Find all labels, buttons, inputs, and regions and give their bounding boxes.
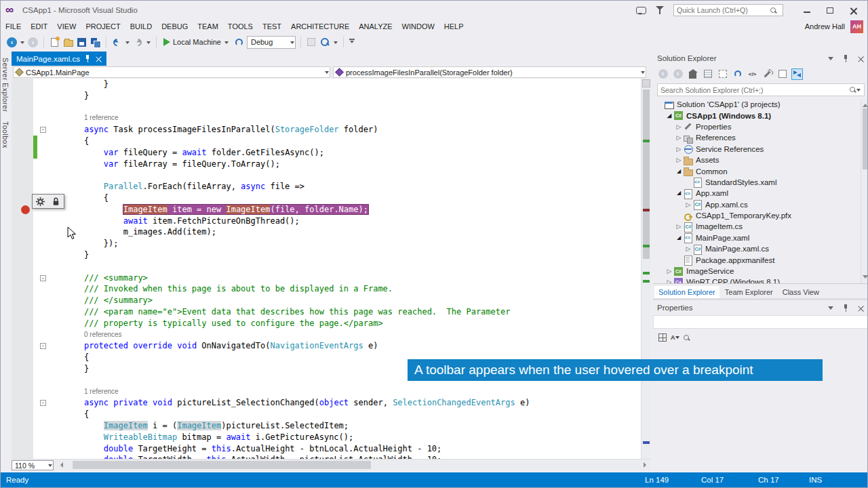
tree-vertical-scrollbar[interactable] [861,99,868,283]
outlining-margin[interactable] [37,261,51,272]
navigate-forward-button[interactable]: › [27,37,39,48]
search-dropdown-caret[interactable] [856,84,861,96]
tree-item[interactable]: ▷ImageService [653,266,868,277]
open-file-button[interactable] [62,37,74,48]
expand-arrow-icon[interactable]: ▷ [665,266,673,277]
code-line[interactable]: Parallel.ForEach(fileArray, async file =… [12,181,641,192]
expand-arrow-icon[interactable]: ▷ [675,132,683,143]
tree-item[interactable]: ◢Common [653,165,868,176]
auto-hide-pin-icon[interactable] [840,54,851,63]
indicator-margin[interactable] [12,159,33,170]
indicator-margin[interactable] [12,136,33,147]
code-line[interactable]: - protected override void OnNavigatedTo(… [12,340,641,352]
maximize-button[interactable] [818,3,842,18]
outlining-margin[interactable]: - [37,272,51,284]
breakpoint-disable-lock-icon[interactable] [51,197,61,207]
server-explorer-vertical-tab[interactable]: Server Explorer [1,55,10,115]
outlining-margin[interactable]: - [37,397,51,409]
member-dropdown[interactable]: processImageFilesInParallel(StorageFolde… [333,66,646,78]
code-line[interactable]: - async Task processImageFilesInParallel… [12,124,641,136]
menu-item-help[interactable]: HELP [439,21,469,32]
indicator-margin[interactable] [12,386,33,398]
splitter-grip-icon[interactable] [642,79,650,87]
refresh-button[interactable] [233,37,245,48]
tree-item[interactable]: CSApp1_TemporaryKey.pfx [653,210,868,221]
code-line[interactable]: double TargetWidth = this.ActualWidth - … [12,454,641,459]
menu-item-build[interactable]: BUILD [125,21,157,32]
outline-collapse-box[interactable]: - [40,275,46,281]
show-all-files-icon[interactable] [717,68,728,80]
outline-collapse-box[interactable]: - [40,400,46,406]
breakpoint-settings-gear-icon[interactable] [35,197,45,207]
find-in-files-button[interactable] [319,37,331,48]
code-line[interactable]: /// </summary> [12,295,641,306]
solution-configuration-combo[interactable]: Debug [247,36,296,49]
indicator-margin[interactable] [12,352,33,363]
document-tab[interactable]: MainPage.xaml.cs [12,52,106,66]
code-line[interactable]: } [12,90,641,102]
indicator-margin[interactable] [12,124,33,136]
tree-item[interactable]: ▷Service References [653,144,868,155]
indicator-margin[interactable] [12,113,33,124]
code-line[interactable]: /// Invoked when this page is about to b… [12,283,641,295]
outlining-margin[interactable] [37,113,51,124]
outlining-margin[interactable] [37,386,51,398]
tree-item[interactable]: ▷References [653,132,868,143]
outlining-margin[interactable] [37,443,51,455]
outlining-margin[interactable] [37,249,51,261]
outlining-margin[interactable] [37,352,51,363]
breakpoint-toolbar[interactable] [32,194,64,209]
window-position-icon[interactable] [825,303,836,312]
outlining-margin[interactable] [37,159,51,170]
indicator-margin[interactable] [12,238,33,249]
close-pane-icon[interactable] [855,54,866,63]
code-line[interactable]: var fileQuery = await folder.GetFilesAsy… [12,147,641,159]
expand-arrow-icon[interactable]: ▷ [675,155,683,165]
indicator-margin[interactable] [12,249,33,261]
tree-item[interactable]: ◢CSApp1 (Windows 8.1) [653,110,868,121]
menu-item-analyze[interactable]: ANALYZE [354,21,397,32]
outlining-margin[interactable] [37,79,51,90]
codelens-indicator[interactable]: 1 reference [51,113,119,124]
preview-selected-icon[interactable] [776,68,788,80]
menu-item-debug[interactable]: DEBUG [157,21,193,32]
code-line[interactable]: 0 references [12,329,641,341]
code-line[interactable]: { [12,192,641,204]
pin-tab-icon[interactable] [85,55,91,62]
code-line[interactable]: 1 reference [12,113,641,124]
outlining-margin[interactable] [37,295,51,306]
tool-window-tab-class-view[interactable]: Class View [778,286,823,298]
outlining-margin[interactable] [37,420,51,432]
expand-arrow-icon[interactable]: ▷ [675,144,683,155]
save-all-button[interactable] [90,37,101,48]
close-tab-icon[interactable] [96,56,102,62]
menu-item-architecture[interactable]: ARCHITECTURE [286,21,354,32]
expand-arrow-icon[interactable]: ▷ [675,121,683,132]
code-line[interactable]: { [12,409,641,420]
collapse-arrow-icon[interactable]: ◢ [665,110,673,121]
indicator-margin[interactable] [12,329,33,341]
code-editor[interactable]: } }1 reference- async Task processImageF… [12,79,641,459]
indicator-margin[interactable] [12,79,33,90]
code-line[interactable]: } [12,79,641,90]
outlining-margin[interactable] [37,318,51,329]
forward-button[interactable]: › [672,68,684,80]
configuration-dropdown[interactable] [290,37,295,48]
menu-item-file[interactable]: FILE [1,21,26,32]
editor-vertical-scrollbar[interactable] [641,79,650,459]
type-dropdown-caret[interactable] [324,66,330,78]
feedback-icon[interactable] [636,7,646,14]
back-button[interactable]: ‹ [657,68,669,80]
indicator-margin[interactable] [12,204,33,216]
tree-item[interactable]: Solution 'CSApp1' (3 projects) [653,99,868,110]
indicator-margin[interactable] [12,432,33,443]
redo-button[interactable] [132,37,144,48]
quick-launch-input[interactable] [677,6,770,14]
codelens-indicator[interactable]: 1 reference [51,386,119,398]
menu-item-team[interactable]: TEAM [193,21,223,32]
outlining-margin[interactable] [37,375,51,386]
code-line[interactable]: ImageItem item = new ImageItem(file, fol… [12,204,641,216]
tree-scrollbar-thumb[interactable] [863,108,868,169]
navigate-backward-dropdown[interactable] [20,37,25,48]
start-debugging-button[interactable]: Local Machine [161,36,231,49]
